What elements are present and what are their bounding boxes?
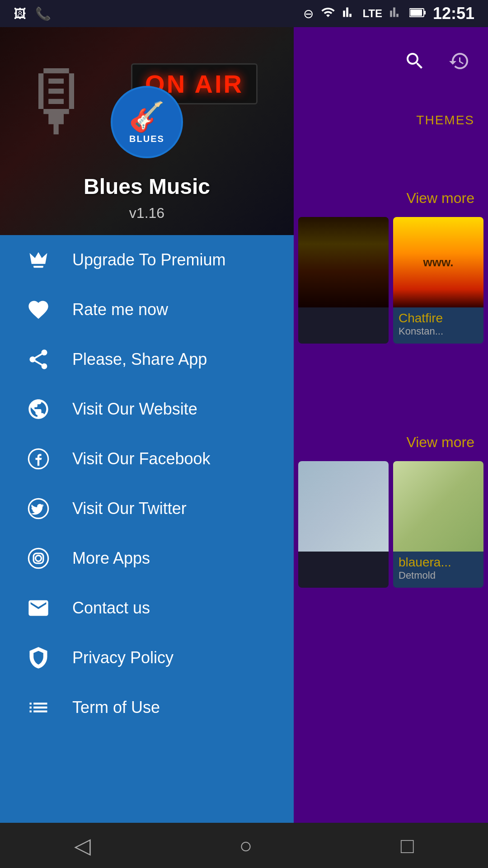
back-button[interactable]: ◁ bbox=[74, 833, 91, 858]
facebook-label: Visit Our Facebook bbox=[72, 449, 210, 468]
bottom-nav: ◁ ○ □ bbox=[0, 823, 488, 868]
radio-card-4-info: blauera... Detmold bbox=[393, 552, 483, 585]
instagram-icon bbox=[23, 542, 54, 574]
right-header bbox=[294, 27, 488, 99]
svg-point-5 bbox=[28, 548, 48, 568]
menu-item-terms[interactable]: Term of Use bbox=[0, 683, 294, 732]
app-name: Blues Music bbox=[84, 174, 210, 199]
share-icon bbox=[23, 344, 54, 375]
menu-item-privacy[interactable]: Privacy Policy bbox=[0, 633, 294, 683]
drawer: 🎙 ON AIR 🎸 BLUES Blues Music v1.16 bbox=[0, 27, 294, 823]
photo-icon: 🖼 bbox=[14, 6, 26, 21]
radio-card-fire: www. bbox=[393, 217, 483, 307]
view-more-1[interactable]: View more bbox=[406, 190, 474, 207]
phone-icon: 📞 bbox=[35, 6, 51, 21]
wifi-icon bbox=[321, 5, 335, 23]
radio-card-map bbox=[393, 461, 483, 552]
menu-item-facebook[interactable]: Visit Our Facebook bbox=[0, 434, 294, 484]
menu-item-more-apps[interactable]: More Apps bbox=[0, 533, 294, 583]
app-logo-label: BLUES bbox=[129, 134, 164, 144]
blauera-title: blauera... bbox=[399, 555, 478, 570]
shield-icon bbox=[23, 642, 54, 674]
contact-label: Contact us bbox=[72, 599, 150, 618]
privacy-label: Privacy Policy bbox=[72, 648, 174, 667]
menu-item-website[interactable]: Visit Our Website bbox=[0, 384, 294, 434]
facebook-icon bbox=[23, 443, 54, 475]
search-icon[interactable] bbox=[404, 50, 426, 77]
radio-card-2[interactable]: www. Chatfire Konstan... bbox=[393, 217, 483, 344]
svg-point-7 bbox=[36, 556, 42, 561]
envelope-icon bbox=[23, 592, 54, 624]
radio-card-4[interactable]: blauera... Detmold bbox=[393, 461, 483, 588]
main-container: 🎙 ON AIR 🎸 BLUES Blues Music v1.16 bbox=[0, 27, 488, 823]
radio-card-3-info bbox=[298, 552, 389, 559]
do-not-disturb-icon: ⊖ bbox=[303, 6, 314, 21]
list-icon bbox=[23, 692, 54, 723]
rate-label: Rate me now bbox=[72, 300, 168, 319]
history-icon[interactable] bbox=[448, 50, 470, 77]
radio-card-1-info bbox=[298, 307, 389, 315]
svg-point-8 bbox=[42, 553, 43, 555]
website-label: Visit Our Website bbox=[72, 400, 197, 419]
menu-item-upgrade[interactable]: Upgrade To Premium bbox=[0, 235, 294, 285]
chatfire-title: Chatfire bbox=[399, 311, 478, 326]
svg-rect-1 bbox=[424, 11, 426, 14]
terms-label: Term of Use bbox=[72, 698, 160, 717]
share-label: Please, Share App bbox=[72, 350, 207, 369]
blauera-sub: Detmold bbox=[399, 570, 478, 581]
drawer-menu: Upgrade To Premium Rate me now Ple bbox=[0, 235, 294, 823]
radio-card-2-info: Chatfire Konstan... bbox=[393, 307, 483, 341]
radio-card-3[interactable] bbox=[298, 461, 389, 588]
battery-icon bbox=[409, 6, 426, 21]
twitter-label: Visit Our Twitter bbox=[72, 499, 187, 518]
globe-icon bbox=[23, 393, 54, 425]
home-button[interactable]: ○ bbox=[239, 833, 252, 858]
heart-icon bbox=[23, 294, 54, 326]
card-grid-2: blauera... Detmold bbox=[298, 461, 483, 588]
signal-icon bbox=[343, 6, 355, 22]
status-time: 12:51 bbox=[433, 4, 474, 23]
microphone-graphic: 🎙 bbox=[18, 54, 99, 148]
app-logo: 🎸 BLUES bbox=[111, 86, 183, 158]
status-bar-right: ⊖ LTE 12:51 bbox=[303, 4, 474, 23]
menu-item-contact[interactable]: Contact us bbox=[0, 583, 294, 633]
status-bar: 🖼 📞 ⊖ LTE 12:51 bbox=[0, 0, 488, 27]
recent-button[interactable]: □ bbox=[401, 833, 414, 858]
drawer-header: 🎙 ON AIR 🎸 BLUES Blues Music v1.16 bbox=[0, 27, 294, 235]
card-grid-1: www. Chatfire Konstan... bbox=[298, 217, 483, 344]
app-logo-icon: 🎸 bbox=[129, 100, 165, 134]
crown-icon bbox=[23, 244, 54, 276]
radio-card-1[interactable] bbox=[298, 217, 389, 344]
menu-item-rate[interactable]: Rate me now bbox=[0, 285, 294, 335]
app-version: v1.16 bbox=[129, 205, 164, 222]
upgrade-label: Upgrade To Premium bbox=[72, 250, 226, 269]
chatfire-sub: Konstan... bbox=[399, 326, 478, 337]
more-apps-label: More Apps bbox=[72, 549, 150, 568]
view-more-2[interactable]: View more bbox=[406, 434, 474, 451]
themes-label: THEMES bbox=[416, 113, 474, 127]
status-bar-left: 🖼 📞 bbox=[14, 6, 51, 21]
lte-icon: LTE bbox=[362, 7, 382, 20]
right-panel: THEMES View more www. Chatfire Konstan..… bbox=[294, 27, 488, 823]
signal2-icon bbox=[389, 6, 402, 22]
twitter-icon bbox=[23, 493, 54, 524]
menu-item-share[interactable]: Please, Share App bbox=[0, 335, 294, 384]
menu-item-twitter[interactable]: Visit Our Twitter bbox=[0, 484, 294, 533]
svg-rect-2 bbox=[410, 9, 422, 16]
